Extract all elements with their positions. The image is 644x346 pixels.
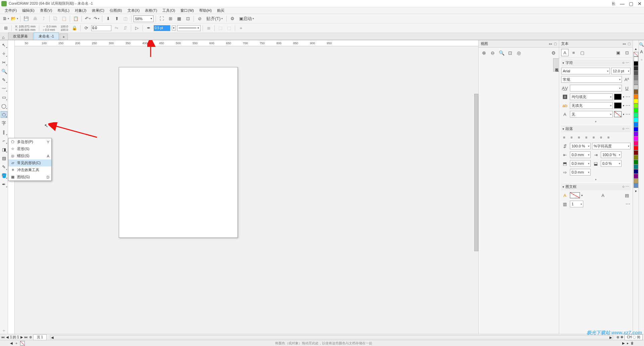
quick-add-icon[interactable]: ＋ [640, 57, 644, 63]
paste-button[interactable]: 📋 [60, 15, 68, 22]
outline-tool[interactable]: ✒ [1, 181, 7, 188]
menu-text[interactable]: 文本(X) [125, 7, 143, 14]
drop-shadow-tool[interactable]: ◨ [1, 146, 7, 153]
menu-layout[interactable]: 布局(L) [55, 7, 72, 14]
first-line-input[interactable]: 0.0 mm▾ [570, 169, 591, 176]
menu-buy[interactable]: 购买 [214, 7, 227, 14]
menu-bitmap[interactable]: 位图(B) [107, 7, 125, 14]
color-swatch[interactable] [634, 61, 638, 66]
scrollbar-horizontal[interactable]: ◀▶ [50, 335, 613, 339]
font-style-combo[interactable]: 常规▾ [561, 76, 622, 83]
color-swatch[interactable] [634, 141, 638, 146]
menu-tools[interactable]: 工具(O) [160, 7, 178, 14]
color-swatch[interactable] [634, 155, 638, 160]
crop-tool[interactable]: ✂ [1, 59, 7, 66]
zoom-tool[interactable]: 🔍 [1, 68, 7, 74]
align-force-icon[interactable]: ≡ [605, 134, 611, 140]
scrollbar-vertical[interactable] [474, 94, 478, 251]
parallel-tool[interactable]: ∥ [1, 129, 7, 135]
indent-right-input[interactable]: 100.0 %▾ [601, 151, 622, 158]
outline-width-dropdown[interactable]: ▾ [172, 25, 176, 30]
color-swatch[interactable] [634, 103, 638, 108]
space-before-input[interactable]: 0.0 mm▾ [570, 160, 591, 167]
text-mode-para-icon[interactable]: ≡ [570, 49, 577, 56]
palette-prev-icon[interactable]: ◀ [10, 341, 13, 345]
palette-down-icon[interactable]: ▾ [635, 189, 637, 193]
flyout-item-0[interactable]: ⬠多边形(P)Y [8, 138, 51, 145]
view-side-tab[interactable]: 视图 [553, 58, 559, 72]
underline-icon[interactable]: U [623, 84, 631, 92]
color-swatch[interactable] [634, 118, 638, 122]
color-swatch[interactable] [634, 160, 638, 164]
page-prev-icon[interactable]: ◀ [6, 335, 9, 339]
undo-button[interactable]: ↶▾ [84, 15, 91, 22]
text-mode-frame-icon[interactable]: ▢ [579, 49, 586, 56]
freehand-tool[interactable]: ✎ [1, 76, 7, 83]
palette-up-icon[interactable]: ▴ [635, 47, 637, 51]
fill-tool[interactable]: 🪣 [1, 172, 7, 179]
color-swatch[interactable] [634, 113, 638, 118]
align-none-icon[interactable]: ≡ [561, 134, 567, 140]
bg-more-button[interactable]: ⋯ [626, 103, 631, 108]
color-swatch[interactable] [634, 183, 638, 188]
color-swatch[interactable] [634, 174, 638, 179]
section-paragraph[interactable]: ▾段落○ ⋯ [561, 125, 631, 132]
flyout-item-2[interactable]: ◎螺纹(S)A [8, 152, 51, 159]
section-frame[interactable]: ▾图文框○ ⋯ [561, 183, 631, 190]
minimize-icon[interactable]: — [619, 1, 625, 7]
frame-vert-icon[interactable]: A [599, 192, 607, 199]
menu-window[interactable]: 窗口(W) [178, 7, 197, 14]
text-tool[interactable]: 字 [1, 120, 7, 127]
import-button[interactable]: ⬇ [104, 15, 112, 22]
order-front-button[interactable]: ⬚ [217, 24, 224, 32]
close-icon[interactable]: ✕ [637, 1, 643, 7]
indent-left-input[interactable]: 0.0 mm▾ [570, 151, 591, 158]
palette-trash-icon[interactable]: 🗑 [631, 341, 634, 345]
text-mode-char-icon[interactable]: A [561, 49, 569, 56]
color-swatch[interactable] [634, 169, 638, 174]
flyout-item-5[interactable]: ▦图纸(G)D [8, 174, 51, 181]
flyout-item-3[interactable]: ▱常见的形状(C) [8, 159, 51, 166]
clipboard-button[interactable]: 📋 [72, 15, 79, 22]
menu-edit[interactable]: 编辑(E) [19, 7, 37, 14]
color-swatch[interactable] [634, 136, 638, 141]
home-icon[interactable]: ⌂ [2, 35, 5, 40]
expand-char-icon[interactable]: ▾ [561, 119, 631, 124]
zoom-combo[interactable]: 58%▾ [133, 15, 154, 22]
docker-menu-icon[interactable]: ▸▸ [623, 42, 626, 46]
polygon-tool[interactable]: ⬠ [1, 111, 7, 118]
palette-none-swatch[interactable] [20, 341, 25, 346]
tab-add[interactable]: + [60, 33, 68, 40]
add-tool-button[interactable]: ＋ [1, 327, 7, 334]
transparency-tool[interactable]: ▨ [1, 155, 7, 161]
color-swatch[interactable] [634, 85, 638, 89]
rectangle-tool[interactable]: ▭ [1, 94, 7, 100]
color-swatch[interactable] [634, 80, 638, 85]
frame-a-icon[interactable]: A [561, 192, 569, 199]
align-right-icon[interactable]: ≡ [583, 134, 589, 140]
view-docker-header[interactable]: 视图 ▸▸▢ [479, 40, 559, 48]
page-add-icon[interactable]: ⊕ [29, 335, 32, 339]
zoom-in-icon[interactable]: ⊕ [481, 50, 487, 56]
palette-next-icon[interactable]: ▶ [622, 341, 625, 345]
bg-color-swatch[interactable] [614, 102, 622, 109]
menu-file[interactable]: 文件(F) [2, 7, 19, 14]
color-swatch[interactable] [634, 99, 638, 103]
launch-button[interactable]: ▣ 启动▾ [237, 15, 256, 22]
text-docker-header[interactable]: 文本 ▸▸▢ [559, 40, 633, 48]
line-style-combo[interactable]: ▾ [177, 25, 201, 31]
font-caps-icon[interactable]: Aᴬ [623, 76, 631, 83]
canvas-area[interactable]: 5010015020025030035040045050055060065070… [15, 40, 478, 334]
angle-input[interactable] [91, 25, 111, 31]
view-settings-icon[interactable]: ⚙ [550, 50, 557, 56]
palette-add-icon[interactable]: ＋ [15, 341, 18, 346]
color-swatch[interactable] [634, 94, 638, 99]
snap-button[interactable]: 贴齐(T)▾ [205, 15, 224, 22]
grid-button[interactable]: ▦ [175, 15, 183, 22]
save-button[interactable]: 💾 [22, 15, 30, 22]
new-button[interactable]: 🗎▾ [2, 15, 9, 22]
line-spacing-input[interactable]: 100.0 %▾ [570, 143, 591, 149]
maximize-icon[interactable]: ▢ [628, 1, 634, 7]
no-color-swatch[interactable] [634, 52, 638, 57]
mirror-h-button[interactable]: ⇋ [113, 24, 120, 32]
